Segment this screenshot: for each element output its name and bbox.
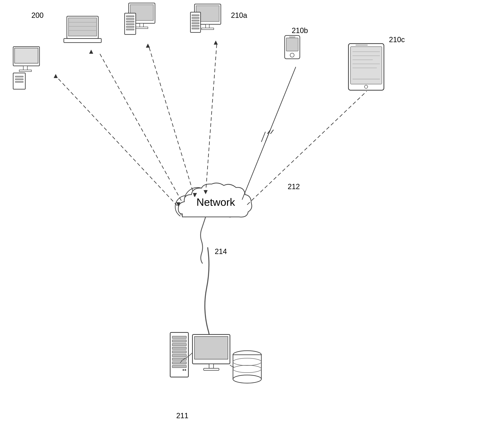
svg-rect-5 xyxy=(180,207,241,221)
svg-rect-27 xyxy=(125,13,136,34)
arrow-cloud-upper-right xyxy=(204,190,208,194)
tablet-right-icon xyxy=(349,44,384,90)
svg-point-0 xyxy=(175,196,197,218)
svg-rect-22 xyxy=(64,38,101,43)
svg-rect-40 xyxy=(192,17,199,19)
label-210a: 210a xyxy=(231,11,247,20)
svg-rect-45 xyxy=(285,35,300,59)
desktop-left-icon xyxy=(13,47,40,89)
svg-rect-25 xyxy=(140,23,143,27)
svg-rect-26 xyxy=(136,27,148,29)
svg-rect-24 xyxy=(130,5,153,20)
label-210c: 210c xyxy=(389,35,405,44)
svg-rect-71 xyxy=(193,335,230,364)
phone-right-icon xyxy=(285,35,300,59)
arrow-server-upper-mid xyxy=(146,44,150,48)
svg-rect-73 xyxy=(209,364,213,368)
svg-point-69 xyxy=(184,369,186,371)
svg-rect-43 xyxy=(192,25,199,27)
database-bottom-icon xyxy=(233,351,261,383)
svg-rect-28 xyxy=(126,16,134,17)
svg-rect-15 xyxy=(15,79,23,80)
line-to-server-bottom xyxy=(205,247,210,359)
network-cloud-text: Network xyxy=(197,196,235,208)
svg-line-81 xyxy=(271,130,273,134)
line-to-server-upper-mid xyxy=(149,47,195,197)
svg-rect-59 xyxy=(170,333,188,377)
svg-rect-50 xyxy=(350,47,382,84)
label-210b: 210b xyxy=(292,26,308,35)
svg-rect-41 xyxy=(192,20,199,21)
label-212: 212 xyxy=(288,182,300,191)
line-to-desktop-left xyxy=(57,77,177,206)
arrow-desktop-left xyxy=(54,74,58,78)
svg-rect-34 xyxy=(195,4,221,24)
svg-rect-30 xyxy=(126,21,134,22)
svg-rect-62 xyxy=(172,343,186,346)
svg-rect-61 xyxy=(172,340,186,342)
svg-rect-16 xyxy=(15,81,23,82)
arrow-laptop-upper-left xyxy=(89,50,93,54)
svg-rect-23 xyxy=(129,3,155,23)
svg-point-2 xyxy=(197,184,225,213)
line-to-phone xyxy=(242,67,296,200)
svg-rect-68 xyxy=(172,365,186,368)
svg-rect-37 xyxy=(202,28,214,30)
svg-rect-14 xyxy=(15,76,23,77)
svg-point-77 xyxy=(233,375,261,383)
svg-rect-38 xyxy=(190,12,200,32)
label-214: 214 xyxy=(215,247,227,256)
svg-rect-33 xyxy=(126,29,134,30)
svg-rect-72 xyxy=(195,336,228,359)
server-upper-mid-icon xyxy=(125,3,155,34)
line-to-laptop-upper-right xyxy=(206,44,217,193)
svg-rect-60 xyxy=(172,336,186,338)
svg-rect-17 xyxy=(67,16,98,38)
svg-rect-74 xyxy=(204,368,219,370)
svg-rect-48 xyxy=(289,36,295,37)
cloud-shape: Network xyxy=(175,183,252,264)
svg-rect-12 xyxy=(19,70,31,72)
svg-rect-63 xyxy=(172,347,186,350)
diagram-svg: Network xyxy=(0,0,501,448)
svg-rect-29 xyxy=(126,18,134,20)
line-to-laptop-upper-left xyxy=(99,53,181,201)
label-200: 200 xyxy=(31,11,44,20)
svg-rect-10 xyxy=(15,48,38,63)
svg-rect-66 xyxy=(172,358,186,360)
svg-point-1 xyxy=(184,188,211,214)
svg-rect-9 xyxy=(13,47,40,66)
server-tower-bottom-icon xyxy=(170,333,188,377)
svg-point-47 xyxy=(290,53,294,57)
svg-point-79 xyxy=(233,365,261,373)
svg-rect-64 xyxy=(172,351,186,353)
monitor-bottom-icon xyxy=(193,335,230,370)
label-211: 211 xyxy=(176,412,188,420)
arrow-cloud-left xyxy=(176,202,180,206)
svg-rect-18 xyxy=(68,18,97,36)
laptop-upper-left-icon xyxy=(64,16,101,43)
svg-rect-31 xyxy=(126,24,134,25)
svg-rect-35 xyxy=(196,6,219,21)
svg-point-4 xyxy=(223,197,243,217)
svg-point-51 xyxy=(364,85,368,88)
svg-rect-32 xyxy=(126,26,134,28)
svg-rect-65 xyxy=(172,354,186,357)
laptop-upper-right-icon xyxy=(190,4,221,32)
svg-rect-52 xyxy=(356,45,368,46)
svg-point-75 xyxy=(233,351,261,359)
diagram-container: Network xyxy=(0,0,501,448)
svg-point-78 xyxy=(233,358,261,366)
svg-rect-36 xyxy=(206,24,209,28)
svg-line-7 xyxy=(261,132,265,142)
line-to-tablet-right xyxy=(247,91,367,205)
svg-line-8 xyxy=(265,132,270,142)
svg-rect-76 xyxy=(233,355,261,379)
arrow-cloud-mid xyxy=(193,193,197,197)
svg-point-70 xyxy=(182,369,184,371)
svg-rect-49 xyxy=(349,44,384,90)
svg-line-80 xyxy=(267,130,271,134)
svg-rect-39 xyxy=(192,15,199,16)
svg-rect-67 xyxy=(172,362,186,364)
svg-rect-44 xyxy=(192,28,199,29)
